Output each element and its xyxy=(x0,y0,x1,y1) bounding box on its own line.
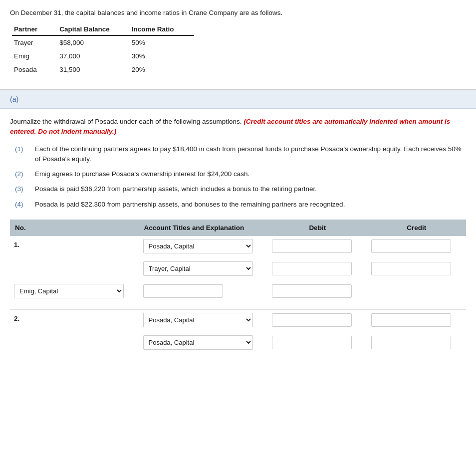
credit-col xyxy=(268,281,367,301)
debit-input[interactable] xyxy=(272,313,352,327)
credit-input[interactable] xyxy=(371,336,451,349)
scenario-num: (1) xyxy=(15,144,35,165)
list-item: (3) Posada is paid $36,220 from partners… xyxy=(15,184,466,194)
debit-col xyxy=(139,281,268,301)
divider-row xyxy=(10,303,466,310)
table-row: Emig 37,000 30% xyxy=(12,49,194,63)
account-select[interactable]: Posada, CapitalTrayer, CapitalEmig, Capi… xyxy=(143,335,253,350)
scenario-num: (3) xyxy=(15,184,35,194)
credit-header: Credit xyxy=(367,220,467,236)
scenarios-list: (1) Each of the continuing partners agre… xyxy=(15,144,466,210)
income-ratio: 30% xyxy=(130,49,194,63)
section-a-header: (a) xyxy=(0,90,476,109)
journal-no: 1. xyxy=(10,236,139,279)
partner-table: Partner Capital Balance Income Ratio Tra… xyxy=(12,23,194,76)
account-select[interactable]: Posada, CapitalTrayer, CapitalEmig, Capi… xyxy=(143,313,253,327)
journal-row: Posada, CapitalTrayer, CapitalEmig, Capi… xyxy=(10,332,466,353)
list-item: (1) Each of the continuing partners agre… xyxy=(15,144,466,165)
debit-header: Debit xyxy=(268,220,367,236)
capital-balance: $58,000 xyxy=(57,35,130,49)
capital-balance: 37,000 xyxy=(57,49,130,63)
credit-input[interactable] xyxy=(272,284,352,298)
partner-header: Partner xyxy=(12,23,57,35)
partner-name: Trayer xyxy=(12,35,57,49)
top-section: On December 31, the capital balances and… xyxy=(0,0,476,81)
journal-no xyxy=(10,332,139,353)
credit-col xyxy=(367,236,467,256)
instruction-text: Journalize the withdrawal of Posada unde… xyxy=(10,117,466,137)
debit-input[interactable] xyxy=(272,336,352,349)
account-col: Posada, CapitalTrayer, CapitalEmig, Capi… xyxy=(139,258,268,279)
journal-row: 2.Posada, CapitalTrayer, CapitalEmig, Ca… xyxy=(10,309,466,330)
debit-col xyxy=(268,332,367,353)
scenario-text: Posada is paid $22,300 from partnership … xyxy=(35,200,466,210)
debit-col xyxy=(268,309,367,330)
scenario-text: Each of the continuing partners agrees t… xyxy=(35,144,466,165)
debit-col xyxy=(268,258,367,279)
account-col: Posada, CapitalTrayer, CapitalEmig, Capi… xyxy=(10,281,139,301)
credit-input[interactable] xyxy=(371,239,451,253)
account-col: Posada, CapitalTrayer, CapitalEmig, Capi… xyxy=(139,332,268,353)
main-content: Journalize the withdrawal of Posada unde… xyxy=(0,109,476,361)
account-titles-header: Account Titles and Explanation xyxy=(139,220,268,236)
instruction-main: Journalize the withdrawal of Posada unde… xyxy=(10,118,242,125)
partner-name: Emig xyxy=(12,49,57,63)
intro-text: On December 31, the capital balances and… xyxy=(10,9,466,16)
section-a-label: (a) xyxy=(10,95,18,103)
no-header: No. xyxy=(10,220,139,236)
scenario-text: Posada is paid $36,220 from partnership … xyxy=(35,184,466,194)
account-col: Posada, CapitalTrayer, CapitalEmig, Capi… xyxy=(139,309,268,330)
account-select[interactable]: Posada, CapitalTrayer, CapitalEmig, Capi… xyxy=(143,239,253,253)
scenario-num: (4) xyxy=(15,200,35,210)
credit-col xyxy=(367,332,467,353)
capital-balance-header: Capital Balance xyxy=(57,23,130,35)
credit-col xyxy=(367,309,467,330)
journal-row: Posada, CapitalTrayer, CapitalEmig, Capi… xyxy=(10,281,466,301)
journal-table: No. Account Titles and Explanation Debit… xyxy=(10,220,466,353)
debit-input[interactable] xyxy=(272,239,352,253)
debit-input[interactable] xyxy=(272,262,352,275)
journal-no: 2. xyxy=(10,309,139,330)
credit-input[interactable] xyxy=(371,313,451,327)
debit-col xyxy=(268,236,367,256)
partner-name: Posada xyxy=(12,63,57,76)
capital-balance: 31,500 xyxy=(57,63,130,76)
income-ratio-header: Income Ratio xyxy=(130,23,194,35)
income-ratio: 20% xyxy=(130,63,194,76)
journal-row: 1.Posada, CapitalTrayer, CapitalEmig, Ca… xyxy=(10,236,466,256)
table-row: Trayer $58,000 50% xyxy=(12,35,194,49)
scenario-num: (2) xyxy=(15,169,35,179)
credit-input[interactable] xyxy=(371,262,451,275)
list-item: (4) Posada is paid $22,300 from partners… xyxy=(15,200,466,210)
debit-input[interactable] xyxy=(143,284,223,298)
scenario-text: Emig agrees to purchase Posada's ownersh… xyxy=(35,169,466,179)
account-select[interactable]: Posada, CapitalTrayer, CapitalEmig, Capi… xyxy=(14,284,124,298)
list-item: (2) Emig agrees to purchase Posada's own… xyxy=(15,169,466,179)
account-col: Posada, CapitalTrayer, CapitalEmig, Capi… xyxy=(139,236,268,256)
table-row: Posada 31,500 20% xyxy=(12,63,194,76)
income-ratio: 50% xyxy=(130,35,194,49)
account-select[interactable]: Posada, CapitalTrayer, CapitalEmig, Capi… xyxy=(143,261,253,276)
credit-col xyxy=(367,258,467,279)
